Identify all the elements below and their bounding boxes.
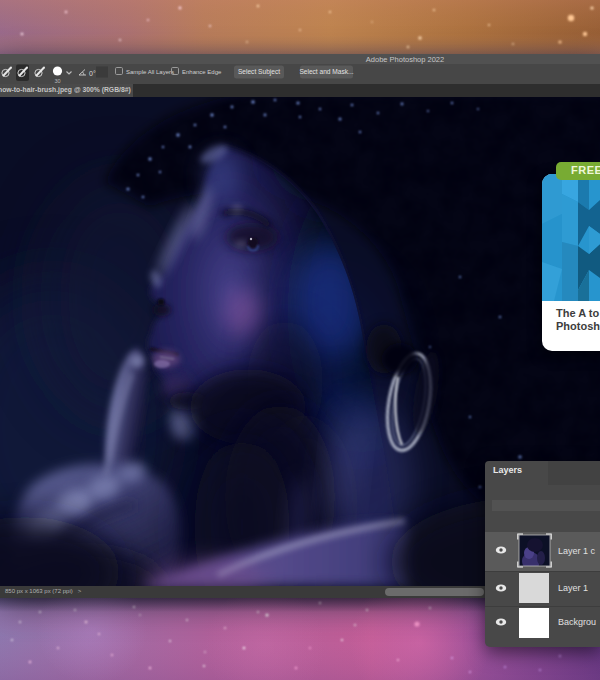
svg-text:Layer 1: Layer 1 [558,583,588,593]
svg-text:Enhance Edge: Enhance Edge [182,69,222,75]
svg-text:Layer 1 c: Layer 1 c [558,546,596,556]
svg-text:30: 30 [54,78,60,84]
svg-text:Backgrou: Backgrou [558,617,596,627]
svg-text:Select and Mask...: Select and Mask... [299,68,353,75]
svg-text:Select Subject: Select Subject [238,68,280,76]
svg-text:Sample All Layers: Sample All Layers [126,69,174,75]
svg-text:0°: 0° [89,70,96,77]
